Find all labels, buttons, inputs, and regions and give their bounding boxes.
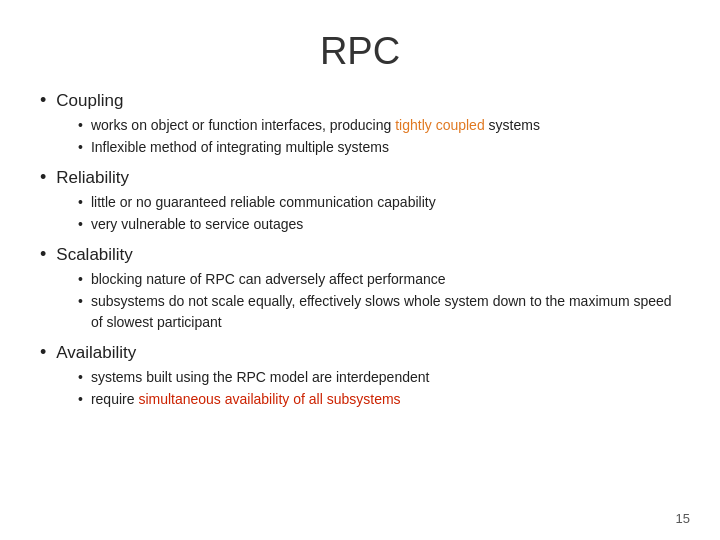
section-reliability: • Reliability • little or no guaranteed … — [40, 168, 680, 235]
section-scalability: • Scalability • blocking nature of RPC c… — [40, 245, 680, 333]
availability-highlight: simultaneous availability of all subsyst… — [138, 391, 400, 407]
availability-sub-1: • systems built using the RPC model are … — [78, 367, 680, 388]
scalability-sub-1-dot: • — [78, 269, 83, 290]
coupling-sub-2-dot: • — [78, 137, 83, 158]
availability-sub-2: • require simultaneous availability of a… — [78, 389, 680, 410]
reliability-sub-1: • little or no guaranteed reliable commu… — [78, 192, 680, 213]
scalability-sub-bullets: • blocking nature of RPC can adversely a… — [78, 269, 680, 333]
bullet-dot-scalability: • — [40, 245, 46, 263]
reliability-sub-2: • very vulnerable to service outages — [78, 214, 680, 235]
coupling-sub-1: • works on object or function interfaces… — [78, 115, 680, 136]
coupling-sub-1-dot: • — [78, 115, 83, 136]
availability-sub-2-dot: • — [78, 389, 83, 410]
section-scalability-header: • Scalability — [40, 245, 680, 265]
reliability-sub-2-dot: • — [78, 214, 83, 235]
availability-sub-1-dot: • — [78, 367, 83, 388]
slide-title: RPC — [40, 30, 680, 73]
coupling-sub-1-text: works on object or function interfaces, … — [91, 115, 540, 136]
bullet-dot-availability: • — [40, 343, 46, 361]
section-availability-label: Availability — [56, 343, 136, 363]
section-availability: • Availability • systems built using the… — [40, 343, 680, 410]
bullet-dot-reliability: • — [40, 168, 46, 186]
availability-sub-bullets: • systems built using the RPC model are … — [78, 367, 680, 410]
section-coupling: • Coupling • works on object or function… — [40, 91, 680, 158]
section-coupling-header: • Coupling — [40, 91, 680, 111]
scalability-sub-2-dot: • — [78, 291, 83, 312]
scalability-sub-1-text: blocking nature of RPC can adversely aff… — [91, 269, 446, 290]
section-availability-header: • Availability — [40, 343, 680, 363]
coupling-sub-2-text: Inflexible method of integrating multipl… — [91, 137, 389, 158]
coupling-sub-2: • Inflexible method of integrating multi… — [78, 137, 680, 158]
scalability-sub-1: • blocking nature of RPC can adversely a… — [78, 269, 680, 290]
page-number: 15 — [676, 511, 690, 526]
coupling-highlight: tightly coupled — [395, 117, 485, 133]
reliability-sub-1-text: little or no guaranteed reliable communi… — [91, 192, 436, 213]
coupling-sub-bullets: • works on object or function interfaces… — [78, 115, 680, 158]
bullet-dot-coupling: • — [40, 91, 46, 109]
availability-sub-1-text: systems built using the RPC model are in… — [91, 367, 430, 388]
section-reliability-label: Reliability — [56, 168, 129, 188]
content-area: • Coupling • works on object or function… — [40, 91, 680, 520]
reliability-sub-bullets: • little or no guaranteed reliable commu… — [78, 192, 680, 235]
reliability-sub-1-dot: • — [78, 192, 83, 213]
scalability-sub-2-text: subsystems do not scale equally, effecti… — [91, 291, 680, 333]
section-reliability-header: • Reliability — [40, 168, 680, 188]
availability-sub-2-text: require simultaneous availability of all… — [91, 389, 401, 410]
section-coupling-label: Coupling — [56, 91, 123, 111]
slide: RPC • Coupling • works on object or func… — [0, 0, 720, 540]
scalability-sub-2: • subsystems do not scale equally, effec… — [78, 291, 680, 333]
reliability-sub-2-text: very vulnerable to service outages — [91, 214, 303, 235]
section-scalability-label: Scalability — [56, 245, 133, 265]
